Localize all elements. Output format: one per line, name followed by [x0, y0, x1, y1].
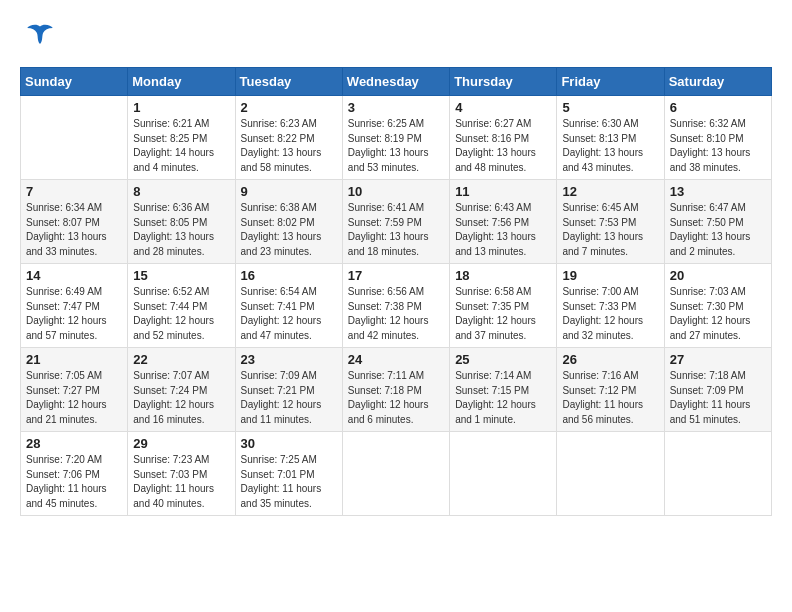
day-number: 5 [562, 100, 658, 115]
day-info: Sunrise: 7:20 AM Sunset: 7:06 PM Dayligh… [26, 453, 122, 511]
day-number: 3 [348, 100, 444, 115]
calendar-header-row: SundayMondayTuesdayWednesdayThursdayFrid… [21, 68, 772, 96]
calendar-day-cell: 8Sunrise: 6:36 AM Sunset: 8:05 PM Daylig… [128, 180, 235, 264]
day-number: 9 [241, 184, 337, 199]
calendar-day-cell [664, 432, 771, 516]
page-header [20, 20, 772, 57]
day-info: Sunrise: 7:14 AM Sunset: 7:15 PM Dayligh… [455, 369, 551, 427]
day-info: Sunrise: 7:23 AM Sunset: 7:03 PM Dayligh… [133, 453, 229, 511]
calendar-week-row: 1Sunrise: 6:21 AM Sunset: 8:25 PM Daylig… [21, 96, 772, 180]
calendar-day-cell: 11Sunrise: 6:43 AM Sunset: 7:56 PM Dayli… [450, 180, 557, 264]
calendar-week-row: 21Sunrise: 7:05 AM Sunset: 7:27 PM Dayli… [21, 348, 772, 432]
calendar-day-cell [342, 432, 449, 516]
day-info: Sunrise: 7:05 AM Sunset: 7:27 PM Dayligh… [26, 369, 122, 427]
calendar-day-cell [21, 96, 128, 180]
calendar-week-row: 7Sunrise: 6:34 AM Sunset: 8:07 PM Daylig… [21, 180, 772, 264]
calendar-day-cell: 29Sunrise: 7:23 AM Sunset: 7:03 PM Dayli… [128, 432, 235, 516]
day-info: Sunrise: 7:18 AM Sunset: 7:09 PM Dayligh… [670, 369, 766, 427]
calendar-day-cell: 12Sunrise: 6:45 AM Sunset: 7:53 PM Dayli… [557, 180, 664, 264]
calendar-day-cell: 14Sunrise: 6:49 AM Sunset: 7:47 PM Dayli… [21, 264, 128, 348]
day-info: Sunrise: 6:49 AM Sunset: 7:47 PM Dayligh… [26, 285, 122, 343]
day-info: Sunrise: 7:25 AM Sunset: 7:01 PM Dayligh… [241, 453, 337, 511]
day-number: 1 [133, 100, 229, 115]
day-number: 8 [133, 184, 229, 199]
calendar-day-cell: 5Sunrise: 6:30 AM Sunset: 8:13 PM Daylig… [557, 96, 664, 180]
calendar-day-cell: 2Sunrise: 6:23 AM Sunset: 8:22 PM Daylig… [235, 96, 342, 180]
day-number: 23 [241, 352, 337, 367]
calendar-day-cell: 9Sunrise: 6:38 AM Sunset: 8:02 PM Daylig… [235, 180, 342, 264]
calendar-day-cell: 26Sunrise: 7:16 AM Sunset: 7:12 PM Dayli… [557, 348, 664, 432]
day-number: 30 [241, 436, 337, 451]
calendar-day-header: Thursday [450, 68, 557, 96]
calendar-day-cell: 3Sunrise: 6:25 AM Sunset: 8:19 PM Daylig… [342, 96, 449, 180]
day-info: Sunrise: 6:56 AM Sunset: 7:38 PM Dayligh… [348, 285, 444, 343]
day-number: 7 [26, 184, 122, 199]
day-number: 18 [455, 268, 551, 283]
day-number: 27 [670, 352, 766, 367]
calendar-day-cell: 28Sunrise: 7:20 AM Sunset: 7:06 PM Dayli… [21, 432, 128, 516]
day-info: Sunrise: 6:21 AM Sunset: 8:25 PM Dayligh… [133, 117, 229, 175]
day-info: Sunrise: 6:52 AM Sunset: 7:44 PM Dayligh… [133, 285, 229, 343]
calendar-day-header: Saturday [664, 68, 771, 96]
day-number: 24 [348, 352, 444, 367]
day-info: Sunrise: 7:00 AM Sunset: 7:33 PM Dayligh… [562, 285, 658, 343]
calendar-day-cell: 15Sunrise: 6:52 AM Sunset: 7:44 PM Dayli… [128, 264, 235, 348]
day-info: Sunrise: 6:54 AM Sunset: 7:41 PM Dayligh… [241, 285, 337, 343]
calendar-day-header: Friday [557, 68, 664, 96]
calendar-day-cell [557, 432, 664, 516]
day-info: Sunrise: 6:25 AM Sunset: 8:19 PM Dayligh… [348, 117, 444, 175]
calendar-day-cell: 6Sunrise: 6:32 AM Sunset: 8:10 PM Daylig… [664, 96, 771, 180]
day-info: Sunrise: 6:36 AM Sunset: 8:05 PM Dayligh… [133, 201, 229, 259]
day-number: 11 [455, 184, 551, 199]
day-number: 19 [562, 268, 658, 283]
day-info: Sunrise: 6:45 AM Sunset: 7:53 PM Dayligh… [562, 201, 658, 259]
day-info: Sunrise: 6:30 AM Sunset: 8:13 PM Dayligh… [562, 117, 658, 175]
day-info: Sunrise: 7:03 AM Sunset: 7:30 PM Dayligh… [670, 285, 766, 343]
day-number: 12 [562, 184, 658, 199]
day-number: 28 [26, 436, 122, 451]
calendar-day-cell: 18Sunrise: 6:58 AM Sunset: 7:35 PM Dayli… [450, 264, 557, 348]
calendar-day-cell: 25Sunrise: 7:14 AM Sunset: 7:15 PM Dayli… [450, 348, 557, 432]
day-number: 14 [26, 268, 122, 283]
day-info: Sunrise: 7:11 AM Sunset: 7:18 PM Dayligh… [348, 369, 444, 427]
day-number: 10 [348, 184, 444, 199]
calendar-week-row: 14Sunrise: 6:49 AM Sunset: 7:47 PM Dayli… [21, 264, 772, 348]
day-number: 13 [670, 184, 766, 199]
day-number: 25 [455, 352, 551, 367]
calendar-day-header: Monday [128, 68, 235, 96]
calendar-day-cell: 4Sunrise: 6:27 AM Sunset: 8:16 PM Daylig… [450, 96, 557, 180]
calendar-day-cell: 27Sunrise: 7:18 AM Sunset: 7:09 PM Dayli… [664, 348, 771, 432]
day-number: 15 [133, 268, 229, 283]
day-info: Sunrise: 7:09 AM Sunset: 7:21 PM Dayligh… [241, 369, 337, 427]
calendar-day-cell: 1Sunrise: 6:21 AM Sunset: 8:25 PM Daylig… [128, 96, 235, 180]
calendar-day-cell [450, 432, 557, 516]
day-number: 21 [26, 352, 122, 367]
calendar-day-cell: 7Sunrise: 6:34 AM Sunset: 8:07 PM Daylig… [21, 180, 128, 264]
day-number: 16 [241, 268, 337, 283]
day-number: 29 [133, 436, 229, 451]
day-number: 4 [455, 100, 551, 115]
logo [20, 20, 56, 57]
calendar-day-cell: 30Sunrise: 7:25 AM Sunset: 7:01 PM Dayli… [235, 432, 342, 516]
calendar-day-cell: 19Sunrise: 7:00 AM Sunset: 7:33 PM Dayli… [557, 264, 664, 348]
calendar-day-cell: 23Sunrise: 7:09 AM Sunset: 7:21 PM Dayli… [235, 348, 342, 432]
calendar-day-cell: 16Sunrise: 6:54 AM Sunset: 7:41 PM Dayli… [235, 264, 342, 348]
calendar-day-cell: 20Sunrise: 7:03 AM Sunset: 7:30 PM Dayli… [664, 264, 771, 348]
calendar-day-header: Tuesday [235, 68, 342, 96]
day-info: Sunrise: 7:16 AM Sunset: 7:12 PM Dayligh… [562, 369, 658, 427]
day-number: 22 [133, 352, 229, 367]
calendar-day-cell: 10Sunrise: 6:41 AM Sunset: 7:59 PM Dayli… [342, 180, 449, 264]
calendar-day-cell: 13Sunrise: 6:47 AM Sunset: 7:50 PM Dayli… [664, 180, 771, 264]
day-number: 17 [348, 268, 444, 283]
calendar-day-cell: 21Sunrise: 7:05 AM Sunset: 7:27 PM Dayli… [21, 348, 128, 432]
day-info: Sunrise: 6:38 AM Sunset: 8:02 PM Dayligh… [241, 201, 337, 259]
day-number: 20 [670, 268, 766, 283]
calendar-day-header: Wednesday [342, 68, 449, 96]
day-info: Sunrise: 6:27 AM Sunset: 8:16 PM Dayligh… [455, 117, 551, 175]
calendar-day-cell: 24Sunrise: 7:11 AM Sunset: 7:18 PM Dayli… [342, 348, 449, 432]
calendar-day-cell: 17Sunrise: 6:56 AM Sunset: 7:38 PM Dayli… [342, 264, 449, 348]
day-info: Sunrise: 7:07 AM Sunset: 7:24 PM Dayligh… [133, 369, 229, 427]
calendar-table: SundayMondayTuesdayWednesdayThursdayFrid… [20, 67, 772, 516]
calendar-day-cell: 22Sunrise: 7:07 AM Sunset: 7:24 PM Dayli… [128, 348, 235, 432]
day-info: Sunrise: 6:47 AM Sunset: 7:50 PM Dayligh… [670, 201, 766, 259]
